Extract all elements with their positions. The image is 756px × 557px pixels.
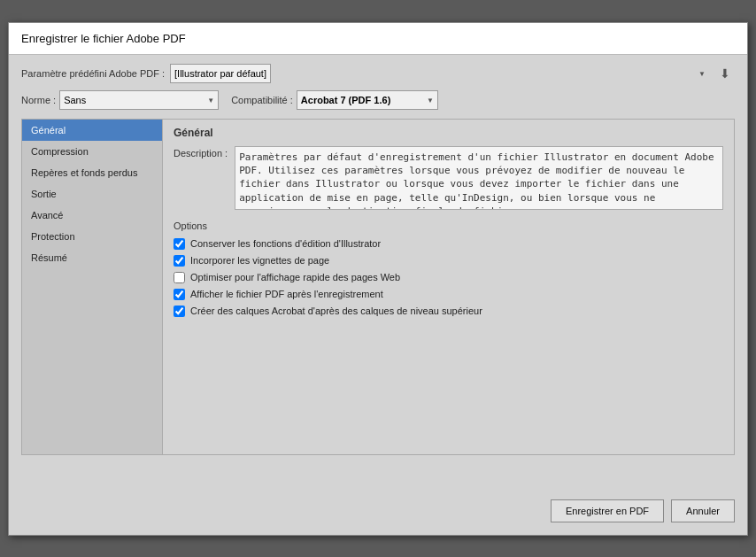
sidebar: Général Compression Repères et fonds per…: [21, 119, 163, 455]
sidebar-item-general[interactable]: Général: [22, 120, 162, 141]
sidebar-item-sortie[interactable]: Sortie: [22, 183, 162, 205]
option-row-5: Créer des calques Acrobat d'après des ca…: [174, 306, 723, 317]
compat-label: Compatibilité :: [231, 95, 293, 105]
dialog-window: Enregistrer le fichier Adobe PDF Paramèt…: [8, 22, 748, 536]
norme-label: Norme :: [21, 95, 56, 105]
option-label-3[interactable]: Optimiser pour l'affichage rapide des pa…: [190, 272, 400, 282]
sidebar-item-compression[interactable]: Compression: [22, 141, 162, 162]
option-checkbox-2[interactable]: [174, 255, 185, 267]
preset-label: Paramètre prédéfini Adobe PDF :: [21, 68, 165, 79]
option-row-3: Optimiser pour l'affichage rapide des pa…: [174, 272, 723, 283]
sidebar-item-protection[interactable]: Protection: [22, 226, 162, 247]
sidebar-item-avance[interactable]: Avancé: [22, 205, 162, 226]
options-title: Options: [174, 220, 723, 231]
dialog-title: Enregistrer le fichier Adobe PDF: [21, 32, 186, 45]
description-row: Description :: [174, 146, 723, 210]
dialog-body: Paramètre prédéfini Adobe PDF : [Illustr…: [9, 55, 747, 464]
save-button[interactable]: Enregistrer en PDF: [551, 499, 664, 522]
option-checkbox-4[interactable]: [174, 289, 185, 300]
option-checkbox-1[interactable]: [174, 238, 185, 250]
sidebar-item-resume[interactable]: Résumé: [22, 247, 162, 268]
option-row-4: Afficher le fichier PDF après l'enregist…: [174, 289, 723, 300]
option-label-1[interactable]: Conserver les fonctions d'édition d'Illu…: [190, 238, 381, 249]
option-row-1: Conserver les fonctions d'édition d'Illu…: [174, 238, 723, 250]
sidebar-item-reperes[interactable]: Repères et fonds perdus: [22, 162, 162, 183]
option-checkbox-3[interactable]: [174, 272, 185, 283]
download-icon[interactable]: ⬇: [715, 64, 735, 83]
option-checkbox-5[interactable]: [174, 306, 185, 317]
option-row-2: Incorporer les vignettes de page: [174, 255, 723, 267]
option-label-4[interactable]: Afficher le fichier PDF après l'enregist…: [190, 289, 383, 299]
content-panel: Général Description : Options Conserver …: [163, 119, 735, 455]
norme-select[interactable]: Sans: [59, 90, 219, 110]
description-label: Description :: [174, 148, 228, 159]
dialog-footer: Enregistrer en PDF Annuler: [551, 499, 735, 522]
preset-select-wrapper: [Illustrator par défaut]: [170, 64, 710, 83]
options-section: Options Conserver les fonctions d'éditio…: [174, 220, 723, 317]
main-content: Général Compression Repères et fonds per…: [21, 119, 735, 455]
section-title: Général: [174, 127, 723, 139]
norme-select-wrapper: Sans: [59, 90, 219, 110]
preset-select[interactable]: [Illustrator par défaut]: [170, 64, 271, 83]
description-textarea[interactable]: [235, 146, 723, 210]
compat-select[interactable]: Acrobat 7 (PDF 1.6): [297, 90, 438, 110]
compat-select-wrapper: Acrobat 7 (PDF 1.6): [297, 90, 438, 110]
cancel-button[interactable]: Annuler: [671, 499, 735, 522]
preset-row: Paramètre prédéfini Adobe PDF : [Illustr…: [21, 64, 735, 83]
dialog-title-bar: Enregistrer le fichier Adobe PDF: [9, 23, 747, 55]
standard-row: Norme : Sans Compatibilité : Acrobat 7 (…: [21, 90, 735, 110]
option-label-2[interactable]: Incorporer les vignettes de page: [190, 255, 329, 266]
option-label-5[interactable]: Créer des calques Acrobat d'après des ca…: [190, 306, 482, 316]
